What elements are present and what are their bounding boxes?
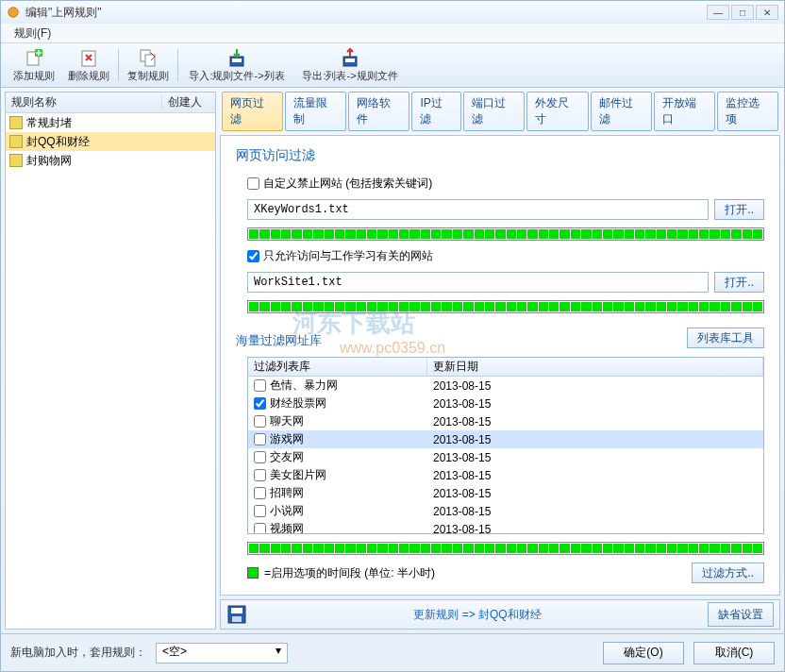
maximize-button[interactable]: □ — [731, 5, 754, 20]
tab-7[interactable]: 开放端口 — [654, 92, 715, 131]
section-title: 网页访问过滤 — [236, 147, 764, 164]
table-row[interactable]: 招聘网2013-08-15 — [248, 484, 763, 502]
custom-block-checkbox[interactable] — [247, 177, 259, 190]
table-row[interactable]: 交友网2013-08-15 — [248, 448, 763, 466]
table-row[interactable]: 聊天网2013-08-15 — [248, 412, 763, 430]
titlebar: 编辑"上网规则" — □ ✕ — [1, 1, 784, 24]
col-creator[interactable]: 创建人 — [162, 94, 215, 110]
table-row[interactable]: 美女图片网2013-08-15 — [248, 466, 763, 484]
table-row[interactable]: 游戏网2013-08-15 — [248, 430, 763, 448]
tab-5[interactable]: 外发尺寸 — [526, 92, 588, 131]
rule-label: 封购物网 — [26, 153, 72, 169]
add-rule-button[interactable]: 添加规则 — [7, 45, 61, 85]
toolbar: 添加规则 删除规则 复制规则 导入:规则文件->列表 导出:列表->规则文件 — [1, 42, 784, 88]
filter-mode-button[interactable]: 过滤方式.. — [692, 563, 764, 583]
right-panel: 网页过滤流量限制网络软件IP过滤端口过滤外发尺寸邮件过滤开放端口监控选项 网页访… — [220, 92, 780, 630]
tab-6[interactable]: 邮件过滤 — [591, 92, 652, 131]
row-name: 聊天网 — [270, 413, 304, 429]
row-name: 财经股票网 — [270, 395, 326, 412]
keywords-file-input[interactable] — [247, 199, 709, 220]
import-icon — [226, 47, 247, 68]
legend-text: =启用选项的时间段 (单位: 半小时) — [264, 565, 435, 581]
table-header: 过滤列表库 更新日期 — [248, 358, 763, 377]
add-icon — [24, 47, 44, 68]
time-bar-1[interactable] — [247, 227, 764, 241]
delete-icon — [78, 47, 99, 68]
default-rule-select[interactable]: <空>▾ — [156, 643, 288, 664]
row-date: 2013-08-15 — [427, 397, 763, 411]
delete-rule-button[interactable]: 删除规则 — [61, 45, 116, 85]
footer: 新电脑加入时，套用规则： <空>▾ 确定(O) 取消(C) — [1, 633, 784, 671]
tab-3[interactable]: IP过滤 — [411, 92, 461, 131]
row-checkbox[interactable] — [254, 415, 266, 428]
open-keywords-button[interactable]: 打开.. — [714, 199, 764, 220]
rule-item[interactable]: 封QQ和财经 — [6, 132, 215, 151]
rule-list[interactable]: 常规封堵封QQ和财经封购物网 — [6, 113, 215, 629]
table-row[interactable]: 视频网2013-08-15 — [248, 520, 763, 533]
custom-block-label: 自定义禁止网站 (包括搜索关键词) — [263, 176, 432, 192]
footer-label: 新电脑加入时，套用规则： — [10, 645, 146, 661]
copy-rule-button[interactable]: 复制规则 — [121, 45, 175, 85]
table-body[interactable]: 色情、暴力网2013-08-15财经股票网2013-08-15聊天网2013-0… — [248, 377, 763, 533]
row-name: 招聘网 — [270, 485, 304, 501]
default-settings-button[interactable]: 缺省设置 — [708, 602, 774, 627]
open-worksite-button[interactable]: 打开.. — [714, 272, 764, 293]
row-checkbox[interactable] — [254, 451, 266, 463]
update-rule-link[interactable]: 更新规则 => 封QQ和财经 — [255, 607, 700, 623]
tab-2[interactable]: 网络软件 — [348, 92, 409, 131]
row-date: 2013-08-15 — [427, 451, 763, 464]
rule-item[interactable]: 封购物网 — [6, 151, 215, 170]
row-name: 视频网 — [270, 521, 304, 533]
menu-rule[interactable]: 规则(F) — [8, 25, 57, 42]
cancel-button[interactable]: 取消(C) — [693, 642, 775, 664]
row-date: 2013-08-15 — [427, 505, 763, 518]
row-name: 小说网 — [270, 503, 304, 519]
export-button[interactable]: 导出:列表->规则文件 — [293, 45, 407, 85]
tab-0[interactable]: 网页过滤 — [222, 92, 283, 131]
time-bar-3[interactable] — [247, 542, 764, 555]
list-tool-button[interactable]: 列表库工具 — [687, 328, 764, 348]
worksite-file-input[interactable] — [247, 272, 709, 293]
row-date: 2013-08-15 — [427, 523, 763, 534]
row-checkbox[interactable] — [254, 487, 266, 499]
import-button[interactable]: 导入:规则文件->列表 — [180, 45, 293, 85]
rule-icon — [9, 116, 23, 129]
app-window: 编辑"上网规则" — □ ✕ 规则(F) 添加规则 删除规则 复制规则 导入:规… — [0, 0, 785, 672]
time-bar-2[interactable] — [247, 300, 764, 313]
tab-8[interactable]: 监控选项 — [717, 92, 778, 131]
tab-4[interactable]: 端口过滤 — [463, 92, 525, 131]
row-name: 色情、暴力网 — [270, 378, 338, 394]
close-button[interactable]: ✕ — [756, 5, 778, 20]
row-checkbox[interactable] — [254, 397, 266, 410]
row-date: 2013-08-15 — [427, 487, 763, 500]
save-icon[interactable] — [226, 604, 247, 625]
update-bar: 更新规则 => 封QQ和财经 缺省设置 — [220, 599, 780, 630]
tab-1[interactable]: 流量限制 — [285, 92, 346, 131]
th-filter-list[interactable]: 过滤列表库 — [248, 358, 427, 376]
allow-work-checkbox[interactable] — [247, 250, 259, 262]
rule-list-panel: 规则名称 创建人 常规封堵封QQ和财经封购物网 — [5, 92, 216, 630]
row-checkbox[interactable] — [254, 523, 266, 533]
table-row[interactable]: 财经股票网2013-08-15 — [248, 395, 763, 412]
row-date: 2013-08-15 — [427, 379, 763, 393]
row-checkbox[interactable] — [254, 433, 266, 445]
table-row[interactable]: 色情、暴力网2013-08-15 — [248, 377, 763, 395]
minimize-button[interactable]: — — [707, 5, 729, 20]
row-checkbox[interactable] — [254, 379, 266, 392]
col-rule-name[interactable]: 规则名称 — [6, 94, 162, 110]
th-update-date[interactable]: 更新日期 — [427, 358, 763, 376]
allow-work-label: 只允许访问与工作学习有关的网站 — [263, 248, 433, 264]
rule-item[interactable]: 常规封堵 — [6, 113, 215, 132]
rule-label: 常规封堵 — [26, 115, 72, 131]
rule-label: 封QQ和财经 — [26, 134, 90, 150]
export-icon — [340, 47, 360, 68]
ok-button[interactable]: 确定(O) — [603, 642, 684, 664]
row-checkbox[interactable] — [254, 505, 266, 517]
row-name: 美女图片网 — [270, 467, 326, 483]
filter-table: 过滤列表库 更新日期 色情、暴力网2013-08-15财经股票网2013-08-… — [247, 357, 764, 534]
svg-rect-7 — [232, 59, 242, 62]
app-icon — [7, 6, 20, 19]
table-row[interactable]: 小说网2013-08-15 — [248, 502, 763, 520]
row-checkbox[interactable] — [254, 469, 266, 481]
svg-rect-5 — [145, 55, 155, 66]
